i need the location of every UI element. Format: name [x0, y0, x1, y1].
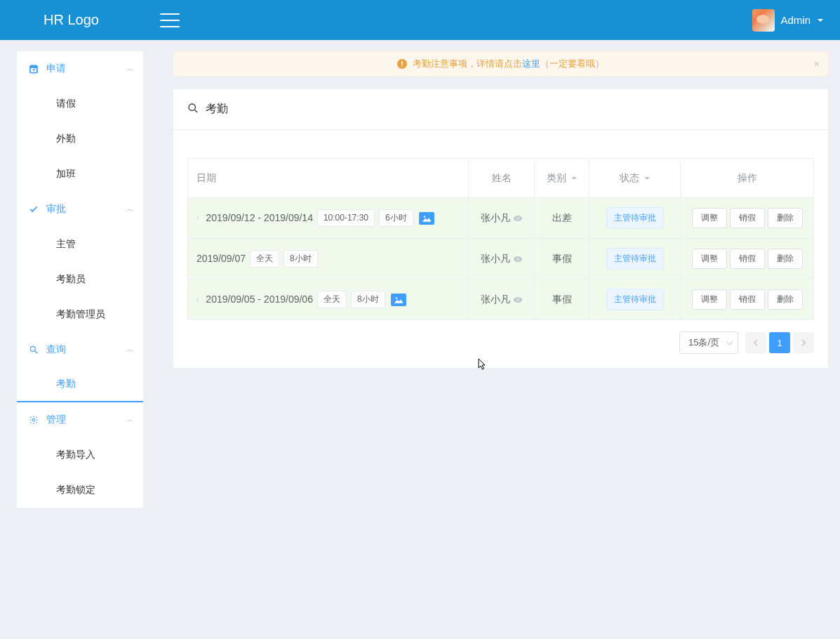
- sidebar-item-overtime[interactable]: 加班: [17, 157, 143, 192]
- sidebar-item-import[interactable]: 考勤导入: [17, 437, 143, 473]
- date-text: 2019/09/05 - 2019/09/06: [206, 294, 313, 305]
- sidebar-item-outwork[interactable]: 外勤: [17, 121, 143, 157]
- table-row: ›2019/09/05 - 2019/09/06全天8小时张小凡事假主管待审批调…: [188, 279, 814, 320]
- cell-action: 调整销假删除: [681, 239, 814, 279]
- sort-icon[interactable]: [571, 177, 577, 180]
- cell-status: 主管待审批: [589, 279, 681, 320]
- chevron-up-icon: ︿: [126, 204, 133, 214]
- calendar-icon: ×: [28, 64, 39, 74]
- sidebar: × 申请 ︿ 请假 外勤 加班 审批 ︿ 主管 考勤员 考勤管理员 查询 ︿ 考…: [17, 51, 143, 508]
- cancel-leave-button[interactable]: 销假: [730, 249, 765, 269]
- eye-icon[interactable]: [513, 213, 523, 223]
- app-logo[interactable]: HR Logo: [17, 12, 164, 28]
- sidebar-group-approve[interactable]: 审批 ︿: [17, 192, 143, 227]
- col-status[interactable]: 状态: [589, 159, 681, 198]
- user-menu[interactable]: Admin: [752, 9, 823, 32]
- svg-point-12: [424, 216, 425, 217]
- check-icon: [28, 204, 39, 214]
- cell-action: 调整销假删除: [681, 198, 814, 239]
- cell-status: 主管待审批: [589, 239, 681, 279]
- status-badge: 主管待审批: [606, 207, 664, 229]
- date-text: 2019/09/12 - 2019/09/14: [206, 213, 313, 224]
- cancel-leave-button[interactable]: 销假: [730, 289, 765, 310]
- col-action: 操作: [681, 159, 814, 198]
- pagination: 15条/页 1: [187, 331, 814, 354]
- sidebar-group-label: 审批: [46, 203, 66, 216]
- table-row: 2019/09/07全天8小时张小凡事假主管待审批调整销假删除: [188, 239, 814, 279]
- panel-title: 考勤: [206, 102, 228, 117]
- cell-type: 事假: [535, 279, 589, 320]
- sort-icon[interactable]: [644, 177, 650, 180]
- sidebar-item-attendance-clerk[interactable]: 考勤员: [17, 262, 143, 297]
- svg-text:×: ×: [32, 68, 34, 72]
- notice-alert: ! 考勤注意事项，详情请点击 这里 （一定要看哦） ×: [173, 51, 829, 77]
- sidebar-group-label: 申请: [46, 62, 66, 75]
- page-size-select[interactable]: 15条/页: [679, 331, 738, 354]
- page-number[interactable]: 1: [769, 332, 790, 353]
- expand-icon[interactable]: ›: [196, 296, 199, 303]
- delete-button[interactable]: 删除: [768, 249, 803, 269]
- alert-text-prefix: 考勤注意事项，详情请点击: [413, 58, 522, 70]
- panel-header: 考勤: [173, 89, 828, 130]
- sidebar-group-apply[interactable]: × 申请 ︿: [17, 51, 143, 86]
- cancel-leave-button[interactable]: 销假: [730, 208, 765, 228]
- chevron-up-icon: ︿: [126, 64, 133, 74]
- sidebar-item-supervisor[interactable]: 主管: [17, 227, 143, 262]
- search-icon: [187, 103, 199, 117]
- menu-toggle-icon[interactable]: [160, 13, 180, 27]
- delete-button[interactable]: 删除: [768, 289, 803, 310]
- sidebar-group-query[interactable]: 查询 ︿: [17, 332, 143, 367]
- image-icon[interactable]: [391, 294, 406, 306]
- alert-text-suffix: （一定要看哦）: [540, 58, 604, 70]
- sidebar-item-attendance-admin[interactable]: 考勤管理员: [17, 297, 143, 332]
- attendance-table: 日期 姓名 类别 状态 操作 ›2019/09/12 - 2019/09/141…: [187, 158, 814, 320]
- chevron-up-icon: ︿: [126, 345, 133, 355]
- col-type[interactable]: 类别: [535, 159, 589, 198]
- page-next-button[interactable]: [793, 332, 814, 353]
- svg-point-8: [32, 419, 35, 421]
- adjust-button[interactable]: 调整: [692, 249, 727, 269]
- warning-icon: !: [397, 59, 407, 69]
- svg-point-6: [30, 346, 35, 351]
- alert-link[interactable]: 这里: [522, 58, 540, 70]
- sidebar-group-label: 管理: [46, 414, 66, 426]
- eye-icon[interactable]: [513, 254, 523, 264]
- sidebar-item-lock[interactable]: 考勤锁定: [17, 473, 143, 508]
- time-tag: 全天: [250, 250, 279, 268]
- table-row: ›2019/09/12 - 2019/09/1410:00-17:306小时张小…: [188, 198, 814, 239]
- main-panel: 考勤 日期 姓名 类别 状态 操作 ›2019/09/: [173, 88, 829, 369]
- page-prev-button[interactable]: [745, 332, 766, 353]
- sidebar-group-label: 查询: [46, 343, 66, 356]
- search-icon: [28, 345, 39, 355]
- time-tag: 6小时: [379, 209, 413, 227]
- time-tag: 8小时: [284, 250, 318, 268]
- image-icon[interactable]: [419, 212, 434, 225]
- sidebar-item-leave[interactable]: 请假: [17, 86, 143, 121]
- cell-action: 调整销假删除: [681, 279, 814, 320]
- app-header: HR Logo Admin: [0, 0, 840, 40]
- gear-icon: [28, 415, 39, 425]
- adjust-button[interactable]: 调整: [692, 208, 727, 228]
- cell-name: 张小凡: [469, 239, 535, 279]
- svg-line-7: [35, 351, 38, 354]
- cell-date: ›2019/09/12 - 2019/09/1410:00-17:306小时: [188, 198, 469, 239]
- sidebar-item-attendance[interactable]: 考勤: [17, 367, 143, 402]
- caret-down-icon: [818, 19, 823, 22]
- cell-name: 张小凡: [469, 198, 535, 239]
- cell-type: 出差: [535, 198, 589, 239]
- cell-name: 张小凡: [469, 279, 535, 320]
- close-icon[interactable]: ×: [814, 58, 820, 70]
- expand-icon[interactable]: ›: [196, 214, 199, 222]
- eye-icon[interactable]: [513, 295, 523, 305]
- adjust-button[interactable]: 调整: [692, 289, 727, 310]
- cell-date: 2019/09/07全天8小时: [188, 239, 469, 279]
- avatar: [752, 9, 775, 32]
- delete-button[interactable]: 删除: [768, 208, 803, 228]
- col-date: 日期: [188, 159, 469, 198]
- svg-line-10: [195, 110, 197, 112]
- sidebar-group-manage[interactable]: 管理 ︿: [17, 402, 143, 437]
- time-tag: 8小时: [351, 291, 385, 308]
- col-name: 姓名: [469, 159, 535, 198]
- cell-date: ›2019/09/05 - 2019/09/06全天8小时: [188, 279, 469, 320]
- time-tag: 全天: [317, 291, 347, 308]
